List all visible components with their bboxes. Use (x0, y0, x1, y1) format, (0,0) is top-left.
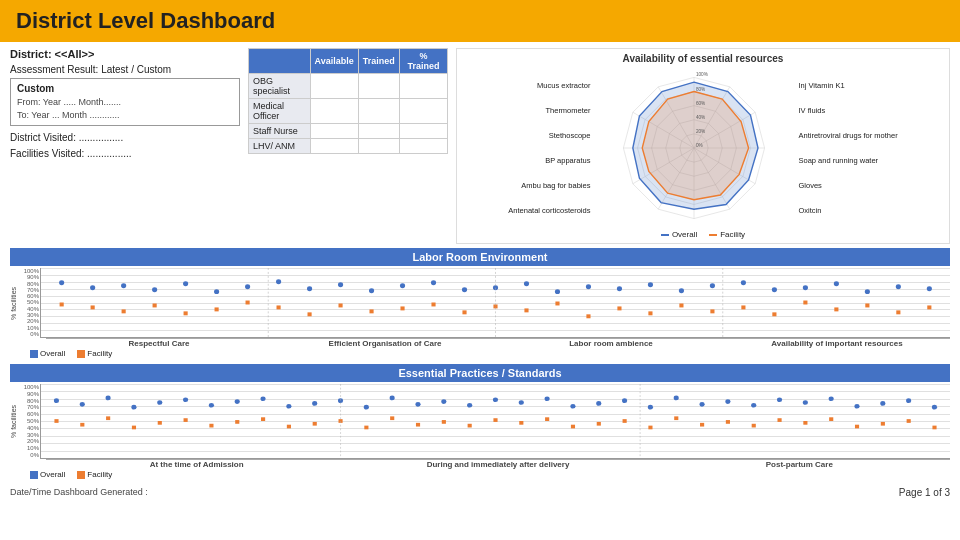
table-row: Staff Nurse (249, 124, 448, 139)
svg-point-47 (741, 280, 746, 285)
svg-rect-133 (364, 426, 368, 430)
svg-point-120 (932, 405, 937, 410)
svg-rect-57 (153, 303, 157, 307)
assessment-label: Assessment Result: Latest / Custom (10, 64, 240, 75)
svg-rect-55 (91, 305, 95, 309)
sub-label-admission: At the time of Admission (46, 459, 347, 469)
svg-rect-77 (772, 312, 776, 316)
svg-point-99 (390, 396, 395, 401)
essential-chart-area: 100% 90% 80% 70% 60% 50% 40% 30% 20% 10%… (40, 384, 950, 459)
svg-point-44 (648, 282, 653, 287)
sub-label-postpartum: Post-partum Care (649, 459, 950, 469)
svg-point-27 (121, 283, 126, 288)
sub-label-availability: Availability of important resources (724, 338, 950, 348)
svg-rect-71 (586, 314, 590, 318)
radar-left-labels: Mucus extractor Thermometer Stethoscope … (508, 73, 590, 223)
essential-legend: Overall Facility (30, 470, 950, 479)
svg-text:0%: 0% (696, 143, 703, 148)
svg-rect-147 (726, 420, 730, 424)
svg-rect-76 (741, 305, 745, 309)
svg-point-117 (854, 404, 859, 409)
svg-rect-65 (400, 306, 404, 310)
legend-facility-sq: Facility (77, 349, 112, 358)
row-trained (358, 74, 399, 99)
svg-rect-131 (313, 422, 317, 426)
table-row: Medical Officer (249, 99, 448, 124)
row-available (310, 74, 358, 99)
svg-point-114 (777, 397, 782, 402)
svg-rect-63 (338, 303, 342, 307)
svg-text:60%: 60% (696, 101, 705, 106)
svg-rect-140 (545, 417, 549, 421)
svg-rect-123 (106, 416, 110, 420)
district-visited: District Visited: ................ (10, 130, 240, 146)
svg-point-35 (369, 288, 374, 293)
svg-rect-149 (777, 418, 781, 422)
labor-sub-labels: Respectful Care Efficient Organisation o… (46, 338, 950, 348)
svg-point-90 (157, 400, 162, 405)
svg-point-115 (803, 400, 808, 405)
row-pct (399, 124, 447, 139)
svg-point-86 (54, 398, 59, 403)
essential-chart-row: % facilities 100% 90% 80% 70% 60% 50% 40… (10, 384, 950, 459)
svg-rect-78 (803, 301, 807, 305)
svg-point-110 (674, 396, 679, 401)
row-trained (358, 139, 399, 154)
svg-text:100%: 100% (696, 72, 708, 77)
ess-legend-facility: Facility (77, 470, 112, 479)
essential-sub-labels: At the time of Admission During and imme… (46, 459, 950, 469)
svg-text:80%: 80% (696, 87, 705, 92)
top-section: District: <<All>> Assessment Result: Lat… (10, 48, 950, 244)
row-available (310, 139, 358, 154)
svg-point-113 (751, 403, 756, 408)
essential-scatter-svg (41, 384, 950, 458)
svg-point-31 (245, 284, 250, 289)
svg-point-104 (519, 400, 524, 405)
district-label: District: <<All>> (10, 48, 240, 60)
page-number: Page 1 of 3 (899, 487, 950, 498)
main-content: District: <<All>> Assessment Result: Lat… (0, 42, 960, 504)
svg-point-26 (90, 285, 95, 290)
svg-rect-67 (462, 310, 466, 314)
row-label: LHV/ ANM (249, 139, 311, 154)
row-available (310, 99, 358, 124)
col-header-available: Available (310, 49, 358, 74)
page-header: District Level Dashboard (0, 0, 960, 42)
svg-point-119 (906, 398, 911, 403)
svg-rect-59 (215, 307, 219, 311)
svg-rect-79 (834, 307, 838, 311)
date-from: From: Year ..... Month....... To: Year .… (17, 96, 233, 121)
svg-rect-62 (308, 312, 312, 316)
svg-point-28 (152, 287, 157, 292)
svg-rect-155 (932, 426, 936, 430)
svg-point-111 (700, 402, 705, 407)
sub-label-ambience: Labor room ambience (498, 338, 724, 348)
svg-rect-73 (648, 311, 652, 315)
svg-rect-69 (524, 308, 528, 312)
svg-text:20%: 20% (696, 129, 705, 134)
row-label: OBG specialist (249, 74, 311, 99)
svg-point-51 (865, 289, 870, 294)
svg-rect-138 (493, 418, 497, 422)
svg-point-52 (896, 284, 901, 289)
col-header-trained: Trained (358, 49, 399, 74)
svg-rect-146 (700, 423, 704, 427)
essential-title: Essential Practices / Standards (10, 364, 950, 382)
svg-point-25 (59, 280, 64, 285)
custom-box: Custom From: Year ..... Month....... To:… (10, 78, 240, 126)
radar-legend: Overall Facility (461, 230, 945, 239)
col-header-pct: % Trained (399, 49, 447, 74)
svg-rect-58 (184, 311, 188, 315)
svg-rect-121 (54, 419, 58, 423)
row-label: Staff Nurse (249, 124, 311, 139)
svg-rect-70 (555, 302, 559, 306)
data-table-wrapper: Available Trained % Trained OBG speciali… (248, 48, 448, 244)
svg-rect-60 (246, 301, 250, 305)
radar-title: Availability of essential resources (461, 53, 945, 64)
legend-overall-sq: Overall (30, 349, 65, 358)
svg-rect-141 (571, 425, 575, 429)
svg-point-33 (307, 286, 312, 291)
svg-point-50 (834, 281, 839, 286)
svg-point-109 (648, 405, 653, 410)
svg-rect-152 (855, 425, 859, 429)
